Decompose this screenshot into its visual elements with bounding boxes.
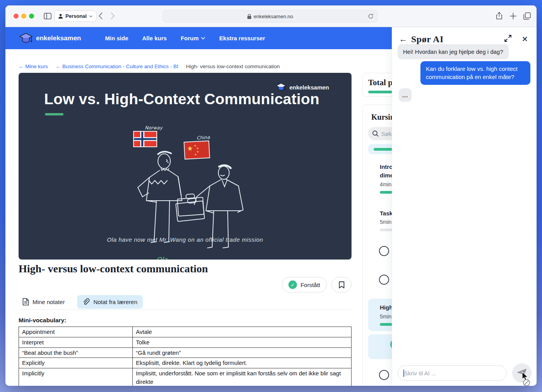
ai-input-wrap: [398, 365, 507, 381]
table-row: InterpretTolke: [19, 337, 352, 347]
forward-button[interactable]: [108, 11, 118, 21]
vocab-no: Implisitt, underforstått. Noe som er imp…: [133, 368, 352, 386]
vocab-no: Avtale: [133, 327, 352, 337]
svg-text:Ola: Ola: [156, 256, 168, 260]
lesson-status-circle[interactable]: [379, 246, 389, 256]
lock-icon: [247, 14, 251, 19]
vocab-en: Implicitly: [19, 368, 133, 386]
table-row: ExplicitlyEksplisitt, direkte. Klart og …: [19, 358, 352, 368]
back-arrow-icon[interactable]: ←: [399, 34, 407, 44]
close-icon[interactable]: ✕: [521, 34, 528, 44]
tab-overview-icon[interactable]: [522, 11, 532, 21]
document-icon: [22, 298, 29, 306]
ai-chat-input[interactable]: [404, 367, 501, 379]
svg-text:★: ★: [196, 147, 199, 150]
graduation-cap-icon: [19, 33, 33, 44]
send-button[interactable]: [512, 363, 532, 383]
browser-toolbar: Personal enkeleksamen.no: [5, 5, 537, 27]
chevron-down-icon: [89, 15, 93, 17]
browser-window: Personal enkeleksamen.no: [5, 5, 537, 386]
svg-text:China: China: [196, 134, 210, 141]
table-row: ImplicitlyImplisitt, underforstått. Noe …: [19, 368, 352, 386]
nav-min-side[interactable]: Min side: [105, 35, 128, 41]
hero-caption: Ola have now met Mr. Wang on an official…: [19, 236, 352, 243]
nav-ekstra-ressurser[interactable]: Ekstra ressurser: [219, 35, 265, 41]
tab-my-notes[interactable]: Mine notater: [19, 295, 69, 309]
table-row: “Beat about the bush”“Gå rundt grøten”: [19, 347, 352, 358]
svg-text:★: ★: [187, 144, 193, 153]
new-tab-icon[interactable]: [508, 11, 518, 21]
address-bar[interactable]: enkeleksamen.no: [163, 10, 378, 22]
ola-figure: Ola: [138, 151, 204, 260]
vocab-en: Appointment: [19, 327, 133, 337]
bookmark-button[interactable]: [331, 277, 352, 292]
breadcrumb: ← Mine kurs ← Business Communication - C…: [19, 64, 280, 69]
mr-wang-figure: [176, 165, 243, 248]
ai-panel-title: Spør AI: [411, 34, 444, 45]
svg-text:★: ★: [194, 153, 197, 156]
table-row: AppointmentAvtale: [19, 327, 352, 337]
site-logo[interactable]: enkeleksamen: [19, 33, 81, 44]
lesson-hero-image: enkeleksamen Low vs. High-Context Commun…: [19, 73, 352, 260]
person-icon: [58, 14, 63, 19]
svg-text:Norway: Norway: [145, 125, 163, 131]
page-content: enkeleksamen Min side Alle kurs Forum Ek…: [5, 27, 537, 386]
paperclip-icon: [82, 298, 90, 306]
ask-ai-panel: ← Spør AI ✕ Hei! Hvordan kan jeg hjelpe …: [392, 27, 537, 386]
brand-text: enkeleksamen: [36, 34, 81, 42]
profile-selector[interactable]: Personal: [54, 10, 96, 22]
site-navbar: enkeleksamen Min side Alle kurs Forum Ek…: [5, 27, 392, 49]
user-message: Kan du forklare low vs. high contect com…: [420, 61, 530, 85]
hero-illustration: Norway China ★ ★ ★ ★ ★: [19, 73, 352, 260]
understood-label: Forstått: [300, 282, 320, 288]
zoom-window-button[interactable]: [29, 14, 34, 19]
vocab-en: “Beat about the bush”: [19, 347, 133, 358]
breadcrumb-course[interactable]: ← Business Communication - Culture and E…: [56, 64, 178, 69]
china-flag: China ★ ★ ★ ★ ★: [184, 134, 211, 160]
chevron-down-icon: [201, 37, 205, 40]
ai-message: Hei! Hvordan kan jeg hjelpe deg i dag?: [398, 44, 509, 59]
check-icon: ✓: [288, 280, 297, 289]
notes-tabs: Mine notater Notat fra læreren: [19, 295, 143, 309]
svg-text:★: ★: [197, 150, 199, 153]
vocab-no: Tolke: [133, 337, 352, 347]
nav-forum[interactable]: Forum: [181, 35, 206, 41]
expand-icon[interactable]: [504, 35, 511, 43]
vocab-table: AppointmentAvtale InterpretTolke “Beat a…: [19, 327, 352, 386]
understood-button[interactable]: ✓ Forstått: [282, 277, 327, 292]
bookmark-icon: [339, 281, 345, 289]
ai-panel-header: ← Spør AI ✕: [392, 33, 537, 46]
url-text: enkeleksamen.no: [254, 14, 293, 19]
search-icon: [372, 130, 379, 137]
reload-icon[interactable]: [368, 13, 374, 21]
vocab-en: Explicitly: [19, 358, 133, 368]
share-icon[interactable]: [494, 11, 504, 21]
norway-flag: Norway: [133, 125, 163, 147]
vocab-no: Eksplisitt, direkte. Klart og tydelig fo…: [133, 358, 352, 368]
minimize-window-button[interactable]: [21, 14, 26, 19]
lesson-status-circle[interactable]: [379, 275, 389, 285]
lesson-status-circle[interactable]: [379, 370, 389, 380]
ai-typing-indicator: ...: [399, 88, 412, 102]
send-icon: [517, 369, 527, 377]
back-button[interactable]: [95, 11, 105, 21]
tabs-divider: [19, 309, 352, 310]
vocab-no: “Gå rundt grøten”: [133, 347, 352, 358]
vocab-en: Interpret: [19, 337, 133, 347]
breadcrumb-mine-kurs[interactable]: ← Mine kurs: [19, 64, 48, 69]
tab-teacher-notes[interactable]: Notat fra læreren: [77, 295, 142, 309]
vocab-heading: Mini-vocabulary:: [19, 317, 66, 324]
close-window-button[interactable]: [14, 14, 19, 19]
breadcrumb-current: High- versus low-context communication: [186, 64, 280, 69]
sidebar-toggle-icon[interactable]: [43, 11, 53, 21]
nav-alle-kurs[interactable]: Alle kurs: [142, 35, 166, 41]
profile-label: Personal: [65, 13, 87, 19]
lesson-title: High- versus low-context communication: [19, 263, 208, 275]
